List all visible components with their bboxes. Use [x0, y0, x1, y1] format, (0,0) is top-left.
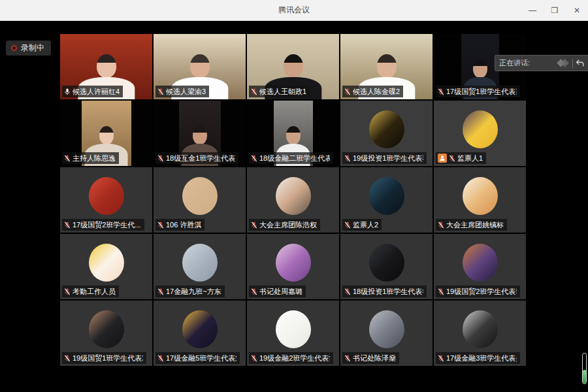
person-head [286, 126, 301, 144]
participant-name: 19级投资1班学生代表翟... [353, 153, 423, 163]
recording-indicator[interactable]: 录制中 [6, 41, 51, 56]
mic-muted-icon [157, 354, 164, 363]
mic-muted-icon [157, 287, 164, 296]
participant-tile[interactable]: 候选人许丽红4 [60, 34, 152, 99]
participant-tile[interactable]: 18级互金1班学生代表 [154, 101, 246, 166]
layers-icon [557, 59, 570, 68]
mic-muted-icon [449, 154, 455, 163]
mic-muted-icon [251, 287, 257, 296]
mic-muted-icon [344, 287, 351, 296]
participant-avatar [463, 310, 498, 348]
participant-avatar [369, 177, 404, 215]
participant-name: 候选人陈金碟2 [353, 86, 400, 97]
participant-name-tag: 大会主席团陈浩权 [249, 219, 320, 231]
participant-avatar [463, 244, 498, 282]
person-head [97, 54, 116, 78]
mic-muted-icon [157, 221, 164, 229]
participant-name-tag: 17级金融3班学生代表吴... [436, 352, 520, 364]
mic-muted-icon [438, 287, 444, 296]
participant-name: 监票人1 [457, 153, 483, 163]
mic-muted-icon [157, 88, 164, 96]
participant-tile[interactable]: 17级国贸2班学生代... [60, 167, 152, 233]
participant-name: 17级金融5班学生代表刘... [166, 353, 237, 363]
participant-tile[interactable]: 18级金融二班学生代表... [247, 101, 339, 166]
participant-name-tag: 17金融九班~方东 [155, 286, 225, 297]
mic-muted-icon [64, 354, 71, 363]
person-head [284, 54, 303, 78]
mic-muted-icon [64, 154, 71, 163]
participant-name-tag: 18级投资1班学生代表符... [342, 286, 427, 297]
participant-name-tag: 106 许胜淇 [155, 219, 204, 231]
participant-name: 19级金融2班学生代表常... [259, 353, 330, 363]
participant-tile[interactable]: 19级投资1班学生代表翟... [340, 101, 433, 166]
participant-tile[interactable]: 106 许胜淇 [154, 167, 246, 233]
person-head [190, 54, 210, 78]
participant-name: 监票人2 [353, 220, 378, 230]
record-dot-icon [11, 45, 17, 51]
reply-arrow-icon[interactable] [576, 59, 584, 67]
member-badge-icon [438, 154, 447, 163]
speaking-label: 正在讲话: [499, 58, 554, 68]
participant-tile[interactable]: 19级金融2班学生代表常... [247, 301, 339, 366]
mic-muted-icon [64, 221, 71, 229]
participant-tile[interactable]: 大会主席团姚镇标 [434, 167, 526, 233]
participant-tile[interactable]: 17级金融3班学生代表吴... [434, 301, 526, 366]
participant-name: 大会主席团姚镇标 [446, 220, 504, 230]
participant-tile[interactable]: 考勤工作人员 [60, 234, 152, 299]
person-head [99, 126, 114, 144]
participant-tile[interactable]: 18级投资1班学生代表符... [340, 234, 433, 299]
participant-avatar [276, 177, 311, 215]
scroll-indicator-fill [583, 370, 586, 384]
close-button[interactable]: ✕ [566, 0, 588, 21]
mic-muted-icon [251, 88, 257, 96]
participant-name: 考勤工作人员 [73, 286, 116, 297]
meeting-window: 腾讯会议 — ❐ ✕ 录制中 候选人许丽红4候选人梁渝3候选人王朝政1候选人陈金… [0, 0, 588, 392]
participant-tile[interactable]: 候选人王朝政1 [247, 34, 339, 99]
minimize-button[interactable]: — [521, 0, 544, 21]
participant-name-tag: 书记处周嘉璐 [249, 286, 306, 297]
participant-name-tag: 候选人许丽红4 [62, 86, 123, 97]
participant-name: 候选人王朝政1 [259, 86, 306, 97]
participant-avatar [89, 244, 124, 282]
recording-label: 录制中 [21, 42, 44, 54]
participant-avatar [89, 177, 124, 215]
participant-name-tag: 书记处陈泽燊 [342, 352, 399, 364]
participant-avatar [369, 110, 404, 148]
participant-avatar [182, 310, 218, 348]
participant-tile[interactable]: 候选人梁渝3 [154, 34, 246, 99]
participant-tile[interactable]: 17级金融5班学生代表刘... [154, 301, 246, 366]
participant-tile[interactable]: 书记处周嘉璐 [247, 234, 339, 299]
participant-name-tag: 19级国贸1班学生代表邓... [62, 352, 146, 364]
participant-avatar [182, 244, 218, 282]
participant-tile[interactable]: 大会主席团陈浩权 [247, 167, 339, 233]
mic-muted-icon [344, 221, 351, 229]
participant-name: 106 许胜淇 [166, 220, 201, 230]
mic-muted-icon [251, 154, 257, 163]
mic-muted-icon [438, 354, 444, 363]
participant-name: 主持人陈思逸 [73, 153, 116, 163]
participant-name: 候选人许丽红4 [73, 86, 120, 97]
participant-name-tag: 候选人梁渝3 [155, 86, 209, 97]
person-head [473, 59, 487, 78]
participant-tile[interactable]: 候选人陈金碟2 [340, 34, 433, 99]
participant-name: 18级互金1班学生代表 [166, 153, 235, 163]
participant-name-tag: 18级金融二班学生代表... [249, 152, 333, 164]
mic-muted-icon [251, 354, 257, 363]
participant-tile[interactable]: 主持人陈思逸 [60, 101, 152, 166]
participant-tile[interactable]: 19级国贸2班学生代表李... [434, 234, 526, 299]
speaking-panel[interactable]: 正在讲话: [495, 55, 588, 71]
participant-tile[interactable]: 书记处陈泽燊 [340, 301, 433, 366]
window-title: 腾讯会议 [278, 5, 310, 16]
scroll-indicator[interactable] [582, 353, 587, 384]
participant-name: 19级国贸2班学生代表李... [446, 286, 517, 297]
participant-tile[interactable]: 监票人2 [340, 167, 433, 233]
participant-name-tag: 候选人王朝政1 [249, 86, 310, 97]
participant-avatar [463, 110, 498, 148]
participant-name: 17级金融3班学生代表吴... [446, 353, 517, 363]
participant-name-tag: 18级互金1班学生代表 [155, 152, 238, 164]
participant-name-tag: 19级国贸2班学生代表李... [436, 286, 520, 297]
participant-tile[interactable]: 17金融九班~方东 [154, 234, 246, 299]
maximize-button[interactable]: ❐ [544, 0, 566, 21]
participant-tile[interactable]: 19级国贸1班学生代表邓... [60, 301, 152, 366]
participant-tile[interactable]: 监票人1 [434, 101, 526, 166]
